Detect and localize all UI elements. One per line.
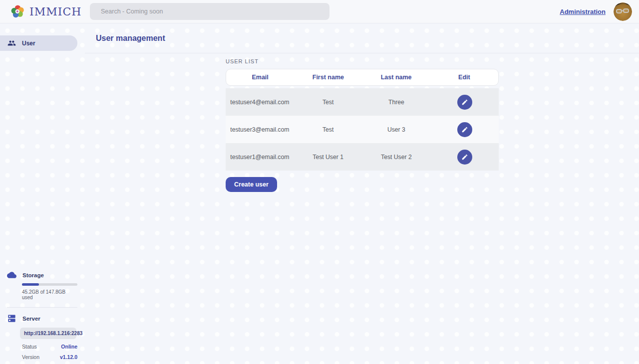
user-avatar[interactable]	[614, 2, 632, 21]
group-icon	[7, 39, 16, 47]
server-header: Server	[0, 314, 85, 323]
main-area: User management USER LIST Email First na…	[85, 23, 639, 364]
cell-email: testuser1@email.com	[226, 154, 294, 161]
col-header-edit: Edit	[430, 74, 498, 81]
cell-first-name: Test	[294, 126, 362, 133]
cell-last-name: User 3	[362, 126, 431, 133]
cell-last-name: Three	[362, 99, 431, 106]
table-header-row: Email First name Last name Edit	[226, 69, 499, 86]
content: USER LIST Email First name Last name Edi…	[85, 53, 639, 192]
server-status-row: Status Online	[22, 344, 77, 350]
cell-first-name: Test	[294, 99, 362, 106]
storage-header: Storage	[0, 270, 85, 280]
storage-progress-track	[22, 283, 77, 286]
server-url: http://192.168.1.216:2283	[20, 328, 76, 339]
cell-last-name: Test User 2	[362, 154, 431, 161]
storage-progress-fill	[22, 283, 39, 286]
status-label: Status	[22, 344, 37, 350]
cell-email: testuser3@email.com	[226, 126, 294, 133]
storage-title: Storage	[22, 272, 44, 278]
cell-first-name: Test User 1	[294, 154, 362, 161]
pencil-icon	[461, 99, 468, 106]
dns-icon	[7, 314, 16, 323]
user-table: Email First name Last name Edit testuser…	[226, 69, 499, 171]
administration-link[interactable]: Administration	[560, 8, 606, 15]
immich-flower-icon	[10, 4, 25, 19]
storage-usage-text: 45.2GB of 147.8GB used	[22, 289, 77, 300]
cloud-icon	[7, 270, 16, 280]
col-header-email: Email	[226, 74, 294, 81]
edit-user-button[interactable]	[457, 122, 472, 137]
pencil-icon	[461, 154, 468, 161]
status-value: Online	[61, 344, 77, 350]
app-body: User Storage 45.2GB of 147.8GB used	[0, 23, 639, 364]
table-rows: testuser4@email.com Test Three t	[226, 88, 499, 171]
col-header-first-name: First name	[294, 74, 362, 81]
user-list-label: USER LIST	[226, 58, 639, 64]
table-row: testuser1@email.com Test User 1 Test Use…	[226, 143, 499, 171]
sidebar-item-user[interactable]: User	[0, 35, 77, 51]
create-user-button[interactable]: Create user	[226, 177, 277, 192]
table-row: testuser3@email.com Test User 3	[226, 116, 499, 143]
sidebar: User Storage 45.2GB of 147.8GB used	[0, 23, 85, 364]
sidebar-divider	[7, 307, 77, 308]
cell-email: testuser4@email.com	[226, 99, 294, 106]
edit-user-button[interactable]	[457, 95, 472, 110]
version-value: v1.12.0	[60, 354, 77, 360]
edit-user-button[interactable]	[457, 150, 472, 165]
table-row: testuser4@email.com Test Three	[226, 88, 499, 116]
pencil-icon	[461, 126, 468, 133]
server-version-row: Version v1.12.0	[22, 354, 77, 360]
immich-logo[interactable]: IMMICH	[0, 4, 80, 19]
sidebar-item-user-label: User	[22, 40, 35, 47]
top-bar: IMMICH Administration	[0, 0, 639, 23]
search-input[interactable]	[90, 3, 329, 20]
page-title: User management	[96, 34, 165, 43]
server-title: Server	[22, 316, 40, 322]
col-header-last-name: Last name	[362, 74, 430, 81]
page-header: User management	[85, 23, 639, 53]
sidebar-bottom: Storage 45.2GB of 147.8GB used Server ht…	[0, 270, 85, 360]
version-label: Version	[22, 354, 39, 360]
brand-name: IMMICH	[29, 5, 81, 18]
